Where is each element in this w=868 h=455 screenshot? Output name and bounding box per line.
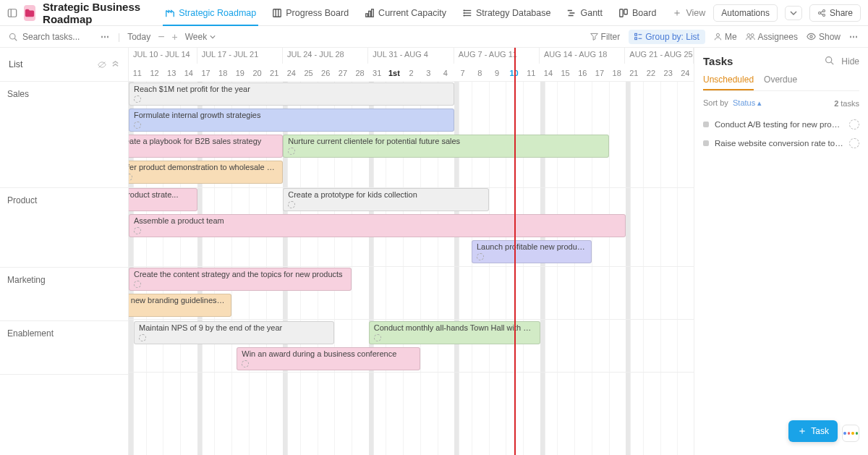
- assign-icon[interactable]: [849, 138, 859, 148]
- assignee-placeholder-icon[interactable]: [134, 122, 141, 129]
- task-bar[interactable]: Create a playbook for B2B sales strategy: [129, 135, 283, 158]
- view-tab[interactable]: Gantt: [558, 0, 610, 25]
- me-button[interactable]: Me: [714, 32, 737, 42]
- svg-point-31: [747, 34, 750, 37]
- task-bar[interactable]: Reach $1M net profit for the year: [129, 82, 454, 106]
- add-view-button[interactable]: ＋View: [664, 0, 713, 25]
- assignee-placeholder-icon[interactable]: [134, 95, 141, 103]
- assignee-placeholder-icon[interactable]: [288, 201, 295, 208]
- task-bar[interactable]: Create a prototype for kids collection: [283, 188, 488, 211]
- task-bar[interactable]: ffer product demonstration to wholesale …: [129, 161, 283, 184]
- task-label: Create the content strategy and the topi…: [134, 270, 343, 278]
- assignee-placeholder-icon[interactable]: [374, 334, 381, 341]
- filter-button[interactable]: Filter: [590, 32, 621, 42]
- svg-point-12: [464, 12, 464, 13]
- day-header: 14: [540, 69, 557, 77]
- view-tab[interactable]: Current Capacity: [357, 0, 454, 25]
- search-input[interactable]: [9, 31, 93, 43]
- sort-value[interactable]: Status ▴: [733, 98, 762, 107]
- view-tab[interactable]: Progress Board: [264, 0, 357, 25]
- tab-overdue[interactable]: Overdue: [764, 75, 797, 90]
- day-header: 22: [642, 69, 660, 77]
- task-bar[interactable]: Assemble a product team: [129, 214, 626, 237]
- assignee-placeholder-icon[interactable]: [134, 227, 141, 234]
- view-tab[interactable]: Board: [610, 0, 664, 25]
- view-tab[interactable]: Strategic Roadmap: [157, 0, 264, 25]
- tasks-search-icon[interactable]: [825, 56, 834, 67]
- sidebar-toggle-icon[interactable]: [7, 5, 18, 21]
- day-header: 26: [317, 69, 334, 77]
- show-button[interactable]: Show: [807, 32, 841, 42]
- task-bar[interactable]: a new product strate...: [129, 188, 197, 211]
- status-square-icon: [703, 140, 709, 146]
- day-header: 17: [591, 69, 608, 77]
- tasks-panel: Tasks Hide Unscheduled Overdue Sort by S…: [694, 48, 868, 455]
- task-bar[interactable]: Launch profitable new products wi...: [472, 240, 592, 263]
- zoom-out[interactable]: −: [158, 30, 164, 43]
- task-label: Formulate internal growth strategies: [134, 111, 260, 119]
- lane-name: Sales: [7, 89, 29, 99]
- svg-rect-27: [635, 38, 637, 40]
- view-tab[interactable]: Strategy Database: [454, 0, 559, 25]
- week-header: JUL 24 - JUL 28: [283, 48, 368, 64]
- day-header: 19: [231, 69, 249, 77]
- toolbar-more[interactable]: ⋯: [849, 32, 859, 42]
- page-title: Strategic Business Roadmap: [43, 1, 144, 25]
- svg-point-35: [826, 56, 832, 62]
- task-count: 2: [834, 99, 838, 108]
- assignee-placeholder-icon[interactable]: [477, 253, 484, 260]
- day-header: 18: [214, 69, 231, 77]
- today-button[interactable]: Today: [127, 32, 150, 42]
- status-square-icon: [703, 122, 709, 127]
- tab-unscheduled[interactable]: Unscheduled: [703, 75, 754, 90]
- task-text: Conduct A/B testing for new product p...: [715, 120, 843, 129]
- day-header: 21: [625, 69, 642, 77]
- hide-panel[interactable]: Hide: [841, 56, 859, 67]
- zoom-in[interactable]: +: [172, 31, 178, 43]
- day-header: 21: [265, 69, 283, 77]
- assignee-placeholder-icon[interactable]: [242, 360, 249, 367]
- task-bar[interactable]: Win an award during a business conferenc…: [237, 347, 420, 370]
- day-header: 25: [300, 69, 318, 77]
- list-header[interactable]: List: [0, 48, 128, 82]
- apps-button[interactable]: [842, 425, 859, 442]
- assignee-placeholder-icon[interactable]: [139, 334, 146, 341]
- assignee-placeholder-icon[interactable]: [129, 174, 132, 181]
- new-task-button[interactable]: ＋Task: [788, 420, 838, 442]
- lane-name: Marketing: [7, 275, 46, 285]
- task-label: Launch profitable new products wi...: [477, 242, 592, 251]
- day-header: 18: [608, 69, 626, 77]
- svg-point-33: [810, 35, 812, 38]
- assign-icon[interactable]: [849, 119, 859, 129]
- timeline[interactable]: JUL 10 - JUL 14JUL 17 - JUL 21JUL 24 - J…: [129, 48, 694, 455]
- folder-icon: [24, 5, 35, 21]
- task-bar[interactable]: Maintain NPS of 9 by the end of the year: [134, 321, 334, 344]
- eye-icon[interactable]: [98, 60, 106, 69]
- task-bar[interactable]: Formulate internal growth strategies: [129, 109, 454, 132]
- unscheduled-task[interactable]: Conduct A/B testing for new product p...: [703, 115, 859, 134]
- day-header: 13: [163, 69, 180, 77]
- svg-line-23: [820, 13, 822, 14]
- svg-point-13: [464, 15, 464, 16]
- more-menu[interactable]: ⋯: [101, 32, 111, 42]
- automations-button[interactable]: Automations: [713, 4, 778, 22]
- task-label: Nurture current clientele for potential …: [288, 137, 460, 145]
- scale-selector[interactable]: Week: [185, 32, 216, 42]
- assignee-placeholder-icon[interactable]: [288, 148, 295, 155]
- svg-line-25: [14, 38, 17, 41]
- svg-line-22: [820, 11, 822, 12]
- automations-dropdown[interactable]: [785, 6, 802, 20]
- unscheduled-task[interactable]: Raise website conversion rate to 10%: [703, 134, 859, 153]
- day-header: 4: [437, 69, 454, 77]
- task-bar[interactable]: Nurture current clientele for potential …: [283, 135, 608, 158]
- assignees-button[interactable]: Assignees: [746, 32, 798, 42]
- assignee-placeholder-icon[interactable]: [134, 281, 141, 288]
- day-header: 11: [522, 69, 540, 77]
- task-bar[interactable]: Create the content strategy and the topi…: [129, 268, 352, 291]
- collapse-icon[interactable]: [111, 60, 119, 69]
- task-bar[interactable]: lish new branding guidelines f...: [129, 294, 231, 317]
- group-by-pill[interactable]: Group by: List: [629, 30, 705, 44]
- task-label: a new product strate...: [129, 190, 178, 199]
- svg-point-30: [716, 33, 719, 36]
- share-button[interactable]: Share: [809, 4, 861, 22]
